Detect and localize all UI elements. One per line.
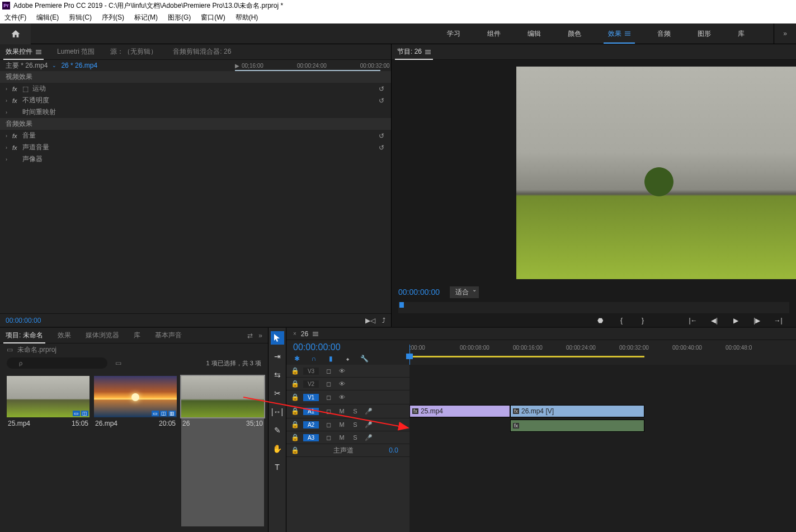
close-icon[interactable]: × xyxy=(293,331,296,337)
tab-media-browser[interactable]: 媒体浏览器 xyxy=(86,328,119,343)
track-a2[interactable]: 🔒A2◻MS🎤 xyxy=(286,418,409,431)
tab-lumetri-scopes[interactable]: Lumetri 范围 xyxy=(57,44,95,59)
ec-timeline-ruler[interactable]: ▶ 00;16:00 00:00:24:00 00:00:32:00 xyxy=(235,60,384,71)
track-select-tool[interactable]: ⇥ xyxy=(271,350,284,363)
work-area-bar[interactable] xyxy=(409,356,644,357)
track-v3[interactable]: 🔒V3◻👁 xyxy=(286,365,409,378)
marker-tool-icon[interactable]: ▮ xyxy=(327,355,335,362)
ec-opacity-row[interactable]: ›fx不透明度↺ xyxy=(0,95,391,106)
track-v1[interactable]: 🔒V1◻👁 xyxy=(286,390,409,404)
search-input[interactable] xyxy=(7,357,107,369)
out-point-icon[interactable]: } xyxy=(638,317,647,324)
clip-25[interactable]: fx25.mp4 xyxy=(409,405,510,417)
reset-icon[interactable]: ↺ xyxy=(379,144,384,152)
ec-motion-row[interactable]: ›fx⬚运动↺ xyxy=(0,83,391,95)
tab-essential-audio[interactable]: 基本声音 xyxy=(155,328,182,343)
lock-icon[interactable]: 🔒 xyxy=(291,380,298,388)
thumbnail[interactable] xyxy=(181,376,264,417)
target-icon[interactable]: ◻ xyxy=(324,434,332,441)
menu-clip[interactable]: 剪辑(C) xyxy=(69,13,92,22)
project-item-selected[interactable]: 2635;10 xyxy=(181,376,264,526)
mic-icon[interactable]: 🎤 xyxy=(365,421,373,429)
playhead-icon[interactable] xyxy=(399,302,404,308)
program-ruler[interactable] xyxy=(398,302,789,313)
slip-tool[interactable]: |↔| xyxy=(271,405,284,418)
menu-help[interactable]: 帮助(H) xyxy=(235,13,258,22)
workspace-library[interactable]: 库 xyxy=(737,23,746,44)
overflow-icon[interactable]: » xyxy=(258,332,262,340)
workspace-audio[interactable]: 音频 xyxy=(656,23,672,44)
eye-icon[interactable]: 👁 xyxy=(338,368,346,374)
ec-volume-row[interactable]: ›fx音量↺ xyxy=(0,130,391,142)
ec-clip-ref[interactable]: 26 * 26.mp4 xyxy=(61,62,97,69)
project-item[interactable]: ▭◫ 25.mp415:05 xyxy=(7,376,90,526)
type-tool[interactable]: T xyxy=(271,460,284,474)
menu-sequence[interactable]: 序列(S) xyxy=(102,13,124,22)
tab-program[interactable]: 节目: 26 xyxy=(397,44,431,59)
tab-source[interactable]: 源：（无剪辑） xyxy=(110,44,157,59)
timeline-ruler[interactable]: :00:00 00:00:08:00 00:00:16:00 00:00:24:… xyxy=(409,345,796,360)
lock-icon[interactable]: 🔒 xyxy=(291,407,298,415)
track-master[interactable]: 🔒主声道0.0 xyxy=(286,444,409,457)
selection-tool[interactable] xyxy=(271,331,284,345)
panel-settings-icon[interactable]: ⇄ xyxy=(247,332,253,340)
clip-26-video[interactable]: fx26.mp4 [V] xyxy=(510,405,644,417)
workspace-overflow-button[interactable]: » xyxy=(774,23,796,44)
menu-window[interactable]: 窗口(W) xyxy=(201,13,225,22)
reset-icon[interactable]: ↺ xyxy=(379,85,384,93)
hamburger-icon[interactable] xyxy=(36,50,41,54)
eye-icon[interactable]: 👁 xyxy=(338,394,346,401)
lock-icon[interactable]: 🔒 xyxy=(291,421,298,429)
program-timecode[interactable]: 00:00:00:00 xyxy=(398,288,440,296)
project-item[interactable]: ▭◫▥ 26.mp420:05 xyxy=(94,376,177,526)
timeline-timecode[interactable]: 00:00:00:00 xyxy=(293,342,403,352)
tab-effect-controls[interactable]: 效果控件 xyxy=(6,44,41,59)
ec-time-remap-row[interactable]: ›时间重映射 xyxy=(0,106,391,118)
mic-icon[interactable]: 🎤 xyxy=(365,434,373,441)
home-button[interactable] xyxy=(0,23,31,44)
filter-icon[interactable]: ▭ xyxy=(115,359,121,367)
target-icon[interactable]: ◻ xyxy=(324,421,332,429)
workspace-color[interactable]: 颜色 xyxy=(567,23,582,44)
settings-icon[interactable]: ⬥ xyxy=(343,355,351,362)
export-icon[interactable]: ⤴ xyxy=(382,317,385,324)
target-icon[interactable]: ◻ xyxy=(324,394,332,401)
step-back-icon[interactable]: ◀| xyxy=(710,317,719,324)
mic-icon[interactable]: 🎤 xyxy=(365,408,373,415)
zoom-fit-dropdown[interactable]: 适合 xyxy=(450,286,479,298)
target-icon[interactable]: ◻ xyxy=(324,408,332,415)
play-icon[interactable]: ▶ xyxy=(731,317,740,324)
target-icon[interactable]: ◻ xyxy=(324,380,332,388)
sequence-tab[interactable]: 26 xyxy=(301,330,308,338)
tab-audio-clip-mixer[interactable]: 音频剪辑混合器: 26 xyxy=(173,44,231,59)
menu-marker[interactable]: 标记(M) xyxy=(134,13,158,22)
target-icon[interactable]: ◻ xyxy=(324,368,332,375)
reset-icon[interactable]: ↺ xyxy=(379,97,384,105)
in-point-icon[interactable]: { xyxy=(617,317,626,324)
track-a3[interactable]: 🔒A3◻MS🎤 xyxy=(286,431,409,444)
hamburger-icon[interactable] xyxy=(313,332,318,336)
lock-icon[interactable]: 🔒 xyxy=(291,446,298,454)
hamburger-icon[interactable] xyxy=(425,50,431,54)
lock-icon[interactable]: 🔒 xyxy=(291,434,298,441)
ripple-edit-tool[interactable]: ⇆ xyxy=(271,368,284,382)
menu-edit[interactable]: 编辑(E) xyxy=(36,13,59,22)
go-to-in-icon[interactable]: |← xyxy=(689,317,698,324)
bin-icon[interactable]: ▭ xyxy=(7,346,13,354)
thumbnail[interactable]: ▭◫ xyxy=(7,376,90,417)
pen-tool[interactable]: ✎ xyxy=(271,423,284,437)
hamburger-icon[interactable] xyxy=(625,31,630,36)
playhead-icon[interactable] xyxy=(406,354,413,359)
workspace-editing[interactable]: 编辑 xyxy=(526,23,542,44)
step-forward-icon[interactable]: |▶ xyxy=(752,317,761,324)
menu-graphic[interactable]: 图形(G) xyxy=(168,13,191,22)
clip-26-audio[interactable]: fx xyxy=(510,420,644,432)
track-v2[interactable]: 🔒V2◻👁 xyxy=(286,378,409,390)
ec-channel-volume-row[interactable]: ›fx声道音量↺ xyxy=(0,142,391,153)
tab-libraries[interactable]: 库 xyxy=(134,328,140,343)
program-video-frame[interactable] xyxy=(516,67,796,279)
dropdown-icon[interactable]: ⌄ xyxy=(52,63,56,68)
workspace-graphics[interactable]: 图形 xyxy=(696,23,712,44)
track-a1[interactable]: 🔒A1◻MS🎤 xyxy=(286,404,409,418)
loop-icon[interactable]: ▶◁ xyxy=(365,317,375,324)
